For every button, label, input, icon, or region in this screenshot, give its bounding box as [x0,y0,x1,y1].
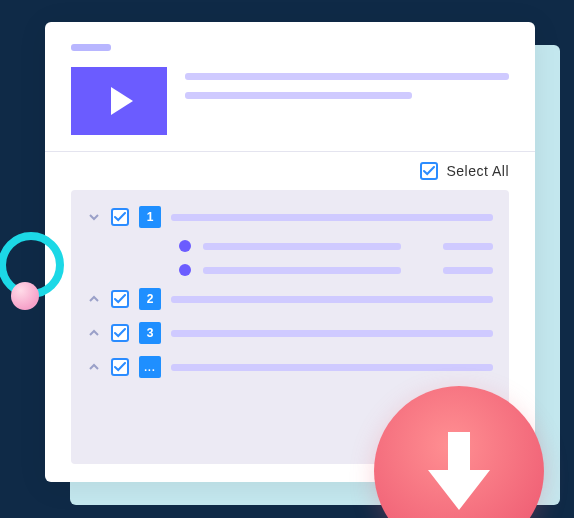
item-checkbox[interactable] [111,358,129,376]
placeholder-line [203,243,401,250]
check-icon [114,362,126,372]
list-item[interactable]: ... [87,356,493,378]
header-placeholder [71,44,111,51]
item-number-badge: ... [139,356,161,378]
sub-item[interactable] [179,264,493,276]
download-arrow-icon [424,426,494,516]
list-item[interactable]: 1 [87,206,493,228]
chevron-up-icon[interactable] [87,326,101,340]
placeholder-line [443,267,493,274]
check-icon [114,328,126,338]
bullet-icon [179,264,191,276]
check-icon [114,212,126,222]
placeholder-line [171,214,493,221]
hero-text-placeholder [185,67,509,111]
item-number-badge: 2 [139,288,161,310]
chevron-up-icon[interactable] [87,360,101,374]
select-all-checkbox[interactable] [420,162,438,180]
sub-items [179,240,493,276]
item-checkbox[interactable] [111,290,129,308]
list-item[interactable]: 3 [87,322,493,344]
item-number-badge: 3 [139,322,161,344]
play-icon [111,87,133,115]
hero-section [71,67,509,135]
item-checkbox[interactable] [111,324,129,342]
item-checkbox[interactable] [111,208,129,226]
placeholder-line [171,330,493,337]
item-number-badge: 1 [139,206,161,228]
select-all-row: Select All [71,162,509,180]
decorative-dot [11,282,39,310]
placeholder-line [171,364,493,371]
check-icon [423,166,435,176]
placeholder-line [443,243,493,250]
divider [45,151,535,152]
chevron-down-icon[interactable] [87,210,101,224]
chevron-up-icon[interactable] [87,292,101,306]
placeholder-line [203,267,401,274]
list-item[interactable]: 2 [87,288,493,310]
select-all-label[interactable]: Select All [446,163,509,179]
bullet-icon [179,240,191,252]
placeholder-line [185,73,509,80]
placeholder-line [185,92,412,99]
placeholder-line [171,296,493,303]
sub-item[interactable] [179,240,493,252]
check-icon [114,294,126,304]
video-thumbnail[interactable] [71,67,167,135]
